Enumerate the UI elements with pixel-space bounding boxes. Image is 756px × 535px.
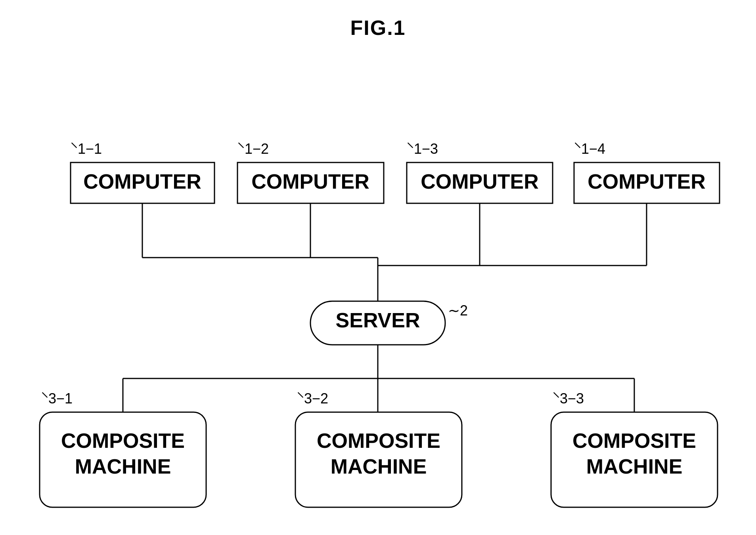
computer-label-1: COMPUTER	[83, 170, 201, 193]
ref-3-2: ⸌3−2	[297, 390, 328, 407]
composite-label-1: COMPOSITE	[61, 429, 185, 452]
ref-2: ∼2	[448, 302, 468, 319]
composite-label-3: COMPOSITE	[572, 429, 696, 452]
composite-label-2b: MACHINE	[331, 455, 427, 478]
computer-label-4: COMPUTER	[588, 170, 706, 193]
ref-1-3: ⸌1−3	[407, 141, 438, 157]
computer-label-2: COMPUTER	[251, 170, 369, 193]
composite-label-1b: MACHINE	[75, 455, 171, 478]
ref-1-4: ⸌1−4	[574, 141, 605, 157]
figure-title: FIG.1	[0, 0, 756, 40]
server-label: SERVER	[336, 309, 420, 332]
computer-label-3: COMPUTER	[421, 170, 539, 193]
ref-3-1: ⸌3−1	[41, 390, 73, 407]
ref-3-3: ⸌3−3	[553, 390, 584, 407]
composite-label-2: COMPOSITE	[317, 429, 440, 452]
ref-1-2: ⸌1−2	[237, 141, 269, 157]
ref-1-1: ⸌1−1	[71, 141, 102, 157]
diagram-container: COMPUTER COMPUTER COMPUTER COMPUTER ⸌1−1…	[0, 55, 756, 535]
composite-label-3b: MACHINE	[586, 455, 683, 478]
